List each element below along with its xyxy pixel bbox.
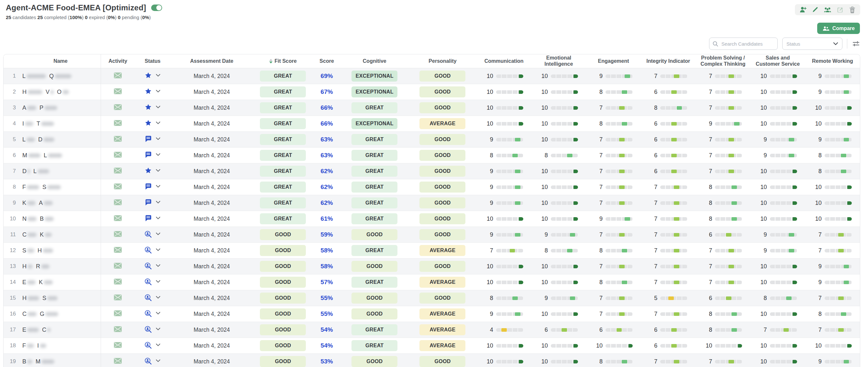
activity-cell[interactable] <box>101 116 135 132</box>
candidate-name[interactable]: LD <box>21 132 101 148</box>
column-header-personality[interactable]: Personality <box>408 54 476 68</box>
chevron-down-icon[interactable] <box>156 359 160 363</box>
status-filter-select[interactable]: Status <box>782 37 842 50</box>
status-cell[interactable] <box>135 84 170 100</box>
column-header-fit-score[interactable]: Fit Score <box>253 54 313 68</box>
chevron-down-icon[interactable] <box>156 264 160 267</box>
activity-cell[interactable] <box>101 274 135 290</box>
table-row[interactable]: 12SH March 4, 2024GOOD58%GREATAVERAGE788… <box>4 243 860 258</box>
table-row[interactable]: 13HR March 4, 2024GOOD58%GOODGOOD1010777… <box>4 258 860 274</box>
score[interactable]: 53% <box>313 354 340 367</box>
review-search-status-icon[interactable] <box>144 262 152 270</box>
column-header-row-number[interactable] <box>4 54 21 68</box>
score[interactable]: 58% <box>313 258 340 274</box>
status-cell[interactable] <box>135 179 170 195</box>
chevron-down-icon[interactable] <box>156 74 160 77</box>
status-cell[interactable] <box>135 306 170 322</box>
column-settings-button[interactable] <box>852 39 860 48</box>
review-search-status-icon[interactable] <box>144 294 152 301</box>
status-cell[interactable] <box>135 195 170 211</box>
review-search-status-icon[interactable] <box>144 246 152 254</box>
comment-status-icon[interactable] <box>145 183 152 190</box>
column-header-remote-working[interactable]: Remote Working <box>805 54 860 68</box>
active-toggle[interactable] <box>151 4 162 11</box>
chevron-down-icon[interactable] <box>156 328 160 331</box>
column-header-cognitive[interactable]: Cognitive <box>340 54 408 68</box>
chevron-down-icon[interactable] <box>156 169 160 172</box>
team-button[interactable] <box>823 5 832 14</box>
review-search-status-icon[interactable] <box>144 278 152 285</box>
chevron-down-icon[interactable] <box>156 343 160 346</box>
activity-cell[interactable] <box>101 132 135 148</box>
edit-button[interactable] <box>811 5 819 14</box>
table-row[interactable]: 2HVO March 4, 2024GREAT67%EXCEPTIONALGOO… <box>4 84 860 100</box>
star-status-icon[interactable] <box>145 103 152 111</box>
candidate-name[interactable]: EC <box>21 322 101 338</box>
column-header-sales-and-customer-service[interactable]: Sales and Customer Service <box>750 54 805 68</box>
score[interactable]: 54% <box>313 338 340 354</box>
chevron-down-icon[interactable] <box>156 153 160 156</box>
table-row[interactable]: 9KA March 4, 2024GREAT62%GREATGOOD910778… <box>4 195 860 211</box>
star-status-icon[interactable] <box>145 119 152 126</box>
status-cell[interactable] <box>135 163 170 179</box>
column-header-integrity-indicator[interactable]: Integrity Indicator <box>641 54 695 68</box>
activity-cell[interactable] <box>101 227 135 243</box>
table-row[interactable]: 16CG March 4, 2024GOOD55%GOODAVERAGE9107… <box>4 306 860 322</box>
status-cell[interactable] <box>135 227 170 243</box>
status-cell[interactable] <box>135 338 170 354</box>
candidate-name[interactable]: AP <box>21 100 101 116</box>
table-row[interactable]: 6ML March 4, 2024GREAT63%GREATGOOD887679… <box>4 148 860 163</box>
status-cell[interactable] <box>135 290 170 306</box>
status-cell[interactable] <box>135 68 170 84</box>
status-cell[interactable] <box>135 148 170 163</box>
column-header-engagement[interactable]: Engagement <box>586 54 641 68</box>
activity-cell[interactable] <box>101 306 135 322</box>
score[interactable]: 62% <box>313 195 340 211</box>
status-cell[interactable] <box>135 243 170 258</box>
candidate-name[interactable]: KA <box>21 195 101 211</box>
activity-cell[interactable] <box>101 290 135 306</box>
activity-cell[interactable] <box>101 68 135 84</box>
column-header-score[interactable]: Score <box>313 54 340 68</box>
chevron-down-icon[interactable] <box>156 216 160 220</box>
chevron-down-icon[interactable] <box>156 201 160 204</box>
candidate-name[interactable]: IT <box>21 116 101 132</box>
candidate-name[interactable]: HVO <box>21 84 101 100</box>
table-row[interactable]: 18FI March 4, 2024GOOD54%GREATAVERAGE101… <box>4 338 860 354</box>
activity-cell[interactable] <box>101 211 135 227</box>
candidate-name[interactable]: FS <box>21 179 101 195</box>
column-header-name[interactable]: Name <box>21 54 101 68</box>
activity-cell[interactable] <box>101 258 135 274</box>
column-header-activity[interactable]: Activity <box>101 54 135 68</box>
comment-status-icon[interactable] <box>145 135 152 143</box>
score[interactable]: 63% <box>313 132 340 148</box>
score[interactable]: 69% <box>313 68 340 84</box>
candidate-name[interactable]: BM <box>21 354 101 367</box>
status-cell[interactable] <box>135 211 170 227</box>
table-row[interactable]: 15HS March 4, 2024GOOD55%GOODGOOD8975687 <box>4 290 860 306</box>
review-search-status-icon[interactable] <box>144 326 152 333</box>
candidate-name[interactable]: DL <box>21 163 101 179</box>
star-status-icon[interactable] <box>145 88 152 95</box>
activity-cell[interactable] <box>101 195 135 211</box>
compare-button[interactable]: Compare <box>817 23 860 34</box>
activity-cell[interactable] <box>101 100 135 116</box>
activity-cell[interactable] <box>101 322 135 338</box>
column-header-problem-solving-complex-thinking[interactable]: Problem Solving / Complex Thinking <box>695 54 750 68</box>
chevron-down-icon[interactable] <box>156 137 160 141</box>
column-header-communication[interactable]: Communication <box>477 54 531 68</box>
delete-button[interactable] <box>848 5 856 14</box>
export-button[interactable] <box>836 5 844 14</box>
status-cell[interactable] <box>135 322 170 338</box>
star-status-icon[interactable] <box>145 72 152 79</box>
activity-cell[interactable] <box>101 84 135 100</box>
activity-cell[interactable] <box>101 163 135 179</box>
score[interactable]: 66% <box>313 100 340 116</box>
chevron-down-icon[interactable] <box>156 121 160 125</box>
chevron-down-icon[interactable] <box>156 105 160 109</box>
score[interactable]: 55% <box>313 290 340 306</box>
chevron-down-icon[interactable] <box>156 296 160 299</box>
activity-cell[interactable] <box>101 243 135 258</box>
candidate-name[interactable]: HR <box>21 258 101 274</box>
score[interactable]: 54% <box>313 322 340 338</box>
